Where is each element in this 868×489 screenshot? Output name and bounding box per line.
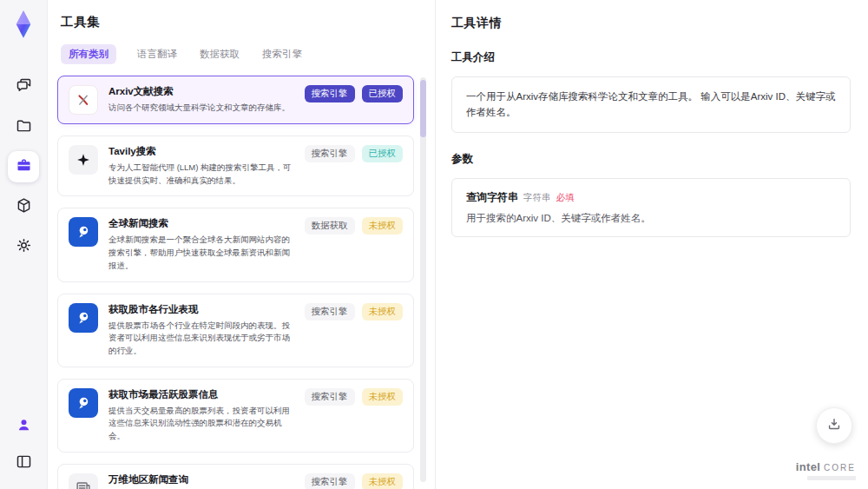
tool-badges: 搜索引擎 未授权 xyxy=(305,303,404,358)
auth-status-badge: 已授权 xyxy=(362,145,404,162)
tool-description: 提供当天交易量最高的股票列表，投资者可以利用这些信息来识别流动性强的股票和潜在的… xyxy=(108,405,294,443)
intro-box: 一个用于从Arxiv存储库搜索科学论文和文章的工具。 输入可以是Arxiv ID… xyxy=(451,76,851,133)
tool-detail-panel: 工具详情 工具介绍 一个用于从Arxiv存储库搜索科学论文和文章的工具。 输入可… xyxy=(436,0,868,489)
param-required-badge: 必填 xyxy=(556,192,575,204)
scrollbar-thumb[interactable] xyxy=(420,80,426,137)
tool-description: 全球新闻搜索是一个聚合全球各大新闻网站内容的搜索引擎，帮助用户快速获取全球最新资… xyxy=(108,234,294,272)
auth-status-badge: 未授权 xyxy=(362,303,404,320)
arxiv-icon xyxy=(69,85,98,115)
tool-card-body: 全球新闻搜索 全球新闻搜索是一个聚合全球各大新闻网站内容的搜索引擎，帮助用户快速… xyxy=(108,217,294,272)
param-name: 查询字符串 xyxy=(466,190,518,205)
category-badge: 搜索引擎 xyxy=(305,388,355,406)
auth-status-badge: 已授权 xyxy=(362,85,404,102)
chat-icon xyxy=(15,76,33,98)
app-window: 工具集 所有类别 语言翻译 数据获取 搜索引擎 Arxiv文献搜索 访问各个研究… xyxy=(0,0,868,489)
search-bubble-icon xyxy=(69,388,98,418)
tool-description: 提供股票市场各个行业在特定时间段内的表现。投资者可以利用这些信息来识别表现优于或… xyxy=(108,320,294,358)
download-icon xyxy=(825,415,843,436)
app-logo-icon xyxy=(8,9,39,40)
sidebar-item-files[interactable] xyxy=(8,111,39,142)
download-button[interactable] xyxy=(816,407,852,444)
intro-heading: 工具介绍 xyxy=(451,50,851,65)
intro-text: 一个用于从Arxiv存储库搜索科学论文和文章的工具。 输入可以是Arxiv ID… xyxy=(466,89,836,121)
sidebar-item-toolset[interactable] xyxy=(8,151,39,182)
tool-name: Arxiv文献搜索 xyxy=(108,85,290,98)
newspaper-icon xyxy=(69,473,98,489)
tool-badges: 搜索引擎 未授权 xyxy=(305,388,404,443)
tool-name: 全球新闻搜索 xyxy=(108,217,294,230)
intel-brand-text: intel xyxy=(796,460,820,473)
tool-name: 获取股市各行业表现 xyxy=(108,303,294,316)
category-badge: 数据获取 xyxy=(305,217,355,235)
intel-core-badge: intel CORE xyxy=(796,460,856,480)
tab-data-fetch[interactable]: 数据获取 xyxy=(198,44,241,64)
tool-badges: 数据获取 未授权 xyxy=(305,217,404,272)
tool-description: 专为人工智能代理 (LLM) 构建的搜索引擎工具，可快速提供实时、准确和真实的结… xyxy=(108,162,294,187)
sidebar-item-settings[interactable] xyxy=(8,231,39,262)
category-tabs: 所有类别 语言翻译 数据获取 搜索引擎 xyxy=(61,44,430,64)
tool-card-sector-performance[interactable]: 获取股市各行业表现 提供股票市场各个行业在特定时间段内的表现。投资者可以利用这些… xyxy=(57,294,414,367)
param-header-row: 查询字符串 字符串 必填 xyxy=(466,190,836,205)
gear-icon xyxy=(15,236,33,258)
toolbox-icon xyxy=(15,156,33,178)
folder-icon xyxy=(15,116,33,138)
sidebar-item-chat[interactable] xyxy=(8,71,39,102)
auth-status-badge: 未授权 xyxy=(362,473,404,489)
rail-bottom xyxy=(8,411,39,479)
intel-badge-bar xyxy=(807,476,856,480)
tool-badges: 搜索引擎 未授权 xyxy=(305,473,404,489)
tab-translation[interactable]: 语言翻译 xyxy=(135,44,179,64)
sidebar-item-plugins[interactable] xyxy=(8,191,39,222)
category-badge: 搜索引擎 xyxy=(305,145,355,162)
tool-card-active-stocks[interactable]: 获取市场最活跃股票信息 提供当天交易量最高的股票列表，投资者可以利用这些信息来识… xyxy=(57,379,414,453)
tool-card-regional-news[interactable]: 万维地区新闻查询 查询具体行政区划内的新闻，快速了解各地新闻动态 搜索引擎 未授… xyxy=(57,464,414,489)
page-title: 工具集 xyxy=(61,14,430,30)
tab-search-engine[interactable]: 搜索引擎 xyxy=(260,44,304,64)
auth-status-badge: 未授权 xyxy=(362,388,404,406)
category-badge: 搜索引擎 xyxy=(305,303,355,320)
tool-list: Arxiv文献搜索 访问各个研究领域大量科学论文和文章的存储库。 搜索引擎 已授… xyxy=(57,76,430,489)
tool-name: 获取市场最活跃股票信息 xyxy=(108,388,294,401)
params-heading: 参数 xyxy=(451,152,851,167)
tool-badges: 搜索引擎 已授权 xyxy=(305,145,404,187)
auth-status-badge: 未授权 xyxy=(362,217,404,235)
user-avatar[interactable] xyxy=(8,411,39,442)
param-description: 用于搜索的Arxiv ID、关键字或作者姓名。 xyxy=(466,212,836,225)
scrollbar-track[interactable] xyxy=(420,77,426,482)
tool-card-body: 获取市场最活跃股票信息 提供当天交易量最高的股票列表，投资者可以利用这些信息来识… xyxy=(108,388,294,443)
param-box: 查询字符串 字符串 必填 用于搜索的Arxiv ID、关键字或作者姓名。 xyxy=(451,178,851,237)
tool-card-body: Arxiv文献搜索 访问各个研究领域大量科学论文和文章的存储库。 xyxy=(108,85,290,115)
search-bubble-icon xyxy=(69,217,98,247)
user-avatar-icon xyxy=(15,416,33,438)
toolset-panel: 工具集 所有类别 语言翻译 数据获取 搜索引擎 Arxiv文献搜索 访问各个研究… xyxy=(48,0,436,489)
search-bubble-icon xyxy=(69,303,98,333)
sparkle-star-icon xyxy=(69,145,98,175)
category-badge: 搜索引擎 xyxy=(305,85,355,102)
tool-card-arxiv[interactable]: Arxiv文献搜索 访问各个研究领域大量科学论文和文章的存储库。 搜索引擎 已授… xyxy=(57,76,414,124)
tool-card-tavily[interactable]: Tavily搜索 专为人工智能代理 (LLM) 构建的搜索引擎工具，可快速提供实… xyxy=(57,135,414,196)
tool-name: 万维地区新闻查询 xyxy=(108,473,294,486)
intel-core-wordmark: intel CORE xyxy=(796,460,856,473)
cube-icon xyxy=(15,196,33,218)
tool-card-body: 获取股市各行业表现 提供股票市场各个行业在特定时间段内的表现。投资者可以利用这些… xyxy=(108,303,294,358)
param-type: 字符串 xyxy=(523,192,551,204)
tool-card-global-news[interactable]: 全球新闻搜索 全球新闻搜索是一个聚合全球各大新闻网站内容的搜索引擎，帮助用户快速… xyxy=(57,208,414,281)
left-rail xyxy=(0,0,48,489)
tab-all-categories[interactable]: 所有类别 xyxy=(61,44,116,64)
category-badge: 搜索引擎 xyxy=(305,473,355,489)
tool-card-body: 万维地区新闻查询 查询具体行政区划内的新闻，快速了解各地新闻动态 xyxy=(108,473,294,489)
tool-card-body: Tavily搜索 专为人工智能代理 (LLM) 构建的搜索引擎工具，可快速提供实… xyxy=(108,145,294,187)
tool-description: 访问各个研究领域大量科学论文和文章的存储库。 xyxy=(108,102,290,115)
detail-title: 工具详情 xyxy=(451,16,851,31)
tool-name: Tavily搜索 xyxy=(108,145,294,158)
rail-nav xyxy=(8,71,39,262)
core-brand-text: CORE xyxy=(824,463,856,472)
collapse-panel-icon xyxy=(15,453,33,474)
tool-badges: 搜索引擎 已授权 xyxy=(305,85,404,115)
collapse-panel-button[interactable] xyxy=(8,447,39,479)
